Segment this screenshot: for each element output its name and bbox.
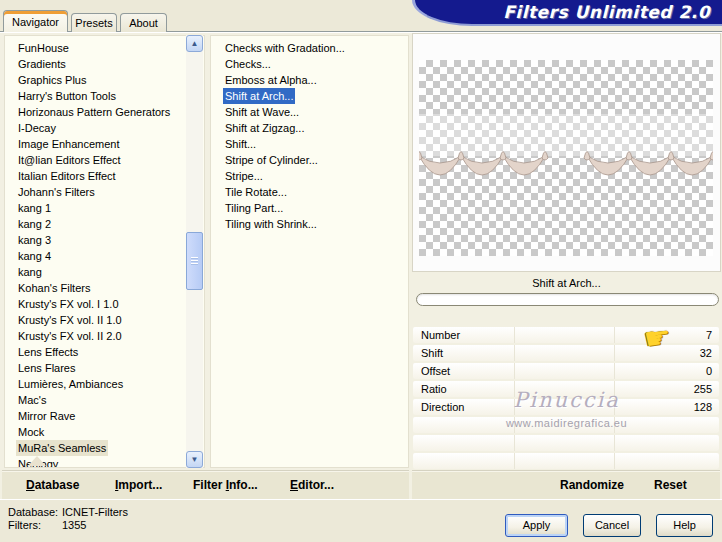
watermark-url: www.maidiregrafica.eu xyxy=(412,417,721,429)
filter-list[interactable]: Checks with Gradation...Checks...Emboss … xyxy=(210,35,409,468)
preview-pane[interactable] xyxy=(412,33,721,272)
filter-item-label: Shift at Zigzag... xyxy=(223,120,306,136)
filter-info-label-pre: Filter xyxy=(193,478,226,492)
category-item-label: I-Decay xyxy=(16,120,58,136)
category-item[interactable]: kang 1 xyxy=(16,200,204,216)
filter-item[interactable]: Shift... xyxy=(223,136,408,152)
database-button[interactable]: Database xyxy=(26,471,79,500)
category-item-label: kang 1 xyxy=(16,200,53,216)
category-item[interactable]: I-Decay xyxy=(16,120,204,136)
filter-item[interactable]: Checks with Gradation... xyxy=(223,40,408,56)
category-item[interactable]: kang 4 xyxy=(16,248,204,264)
filter-item[interactable]: Tiling with Shrink... xyxy=(223,216,408,232)
category-item-label: Gradients xyxy=(16,56,68,72)
navigator-page: FunHouseGradientsGraphics PlusHarry's Bu… xyxy=(0,31,722,499)
filter-info-label-post: nfo... xyxy=(229,478,258,492)
category-item-label: Horizonaus Pattern Generators xyxy=(16,104,172,120)
category-item[interactable]: Italian Editors Effect xyxy=(16,168,204,184)
category-item-label: Lumières, Ambiances xyxy=(16,376,125,392)
filter-item-label: Tiling Part... xyxy=(223,200,285,216)
watermark-name: Pinuccia xyxy=(412,388,721,412)
category-item[interactable]: Kohan's Filters xyxy=(16,280,204,296)
filter-item[interactable]: Shift at Wave... xyxy=(223,104,408,120)
scroll-thumb[interactable] xyxy=(186,232,203,290)
category-item[interactable]: Mock xyxy=(16,424,204,440)
tab-about[interactable]: About xyxy=(120,13,167,32)
arch-tip xyxy=(626,152,632,161)
slider-thumb-marker[interactable] xyxy=(28,456,46,466)
category-item-label: kang xyxy=(16,264,44,280)
filter-item-label: Checks with Gradation... xyxy=(223,40,347,56)
category-item[interactable]: Krusty's FX vol. II 2.0 xyxy=(16,328,204,344)
param-label: Shift xyxy=(421,345,443,361)
category-item[interactable]: Horizonaus Pattern Generators xyxy=(16,104,204,120)
randomize-button[interactable]: Randomize xyxy=(560,471,624,500)
category-item[interactable]: kang 3 xyxy=(16,232,204,248)
category-item[interactable]: Krusty's FX vol. II 1.0 xyxy=(16,312,204,328)
category-item-label: Image Enhancement xyxy=(16,136,122,152)
apply-button[interactable]: Apply xyxy=(505,514,568,537)
filter-item[interactable]: Shift at Arch... xyxy=(223,88,408,104)
category-item[interactable]: Krusty's FX vol. I 1.0 xyxy=(16,296,204,312)
category-item[interactable]: Mac's xyxy=(16,392,204,408)
arch-tip xyxy=(419,152,422,161)
filter-item[interactable]: Stripe of Cylinder... xyxy=(223,152,408,168)
filter-item-label: Tiling with Shrink... xyxy=(223,216,319,232)
randomize-bar: Randomize Reset xyxy=(412,470,720,499)
status-area: Database: ICNET-Filters Filters: 1355 xyxy=(8,506,128,532)
category-item[interactable]: Graphics Plus xyxy=(16,72,204,88)
scroll-up-button[interactable]: ▲ xyxy=(186,35,203,52)
category-item-label: Italian Editors Effect xyxy=(16,168,118,184)
tab-navigator[interactable]: Navigator xyxy=(3,10,68,32)
category-item[interactable]: Image Enhancement xyxy=(16,136,204,152)
param-row-shift[interactable]: Shift32 xyxy=(413,345,719,361)
category-scrollbar[interactable]: ▲ ▼ xyxy=(186,35,203,468)
arch-tip xyxy=(458,152,464,161)
import-button[interactable]: Import... xyxy=(115,471,162,500)
category-item[interactable]: MuRa's Seamless xyxy=(16,440,204,456)
cancel-button[interactable]: Cancel xyxy=(583,514,641,537)
filter-info-button[interactable]: Filter Info... xyxy=(193,471,258,500)
help-button[interactable]: Help xyxy=(656,514,713,537)
filter-item[interactable]: Tile Rotate... xyxy=(223,184,408,200)
category-list[interactable]: FunHouseGradientsGraphics PlusHarry's Bu… xyxy=(4,35,205,468)
filter-item-label: Shift... xyxy=(223,136,258,152)
param-row-offset[interactable]: Offset0 xyxy=(413,363,719,379)
param-row-empty[interactable] xyxy=(413,435,719,451)
arch-swag xyxy=(671,156,713,175)
filter-item-label: Stripe of Cylinder... xyxy=(223,152,320,168)
filter-item[interactable]: Shift at Zigzag... xyxy=(223,120,408,136)
param-row-empty[interactable] xyxy=(413,453,719,469)
category-item-label: Lens Effects xyxy=(16,344,80,360)
category-item-label: Krusty's FX vol. I 1.0 xyxy=(16,296,121,312)
scroll-down-button[interactable]: ▼ xyxy=(186,451,203,468)
category-item[interactable]: Johann's Filters xyxy=(16,184,204,200)
category-item[interactable]: Lens Effects xyxy=(16,344,204,360)
editor-button[interactable]: Editor... xyxy=(290,471,334,500)
category-item[interactable]: Gradients xyxy=(16,56,204,72)
category-item[interactable]: kang 2 xyxy=(16,216,204,232)
category-item-label: Krusty's FX vol. II 1.0 xyxy=(16,312,124,328)
category-item[interactable]: Lumières, Ambiances xyxy=(16,376,204,392)
category-item[interactable]: Harry's Button Tools xyxy=(16,88,204,104)
param-row-number[interactable]: Number7 xyxy=(413,327,719,343)
category-item[interactable]: It@lian Editors Effect xyxy=(16,152,204,168)
category-item-label: kang 3 xyxy=(16,232,53,248)
category-item-label: Krusty's FX vol. II 2.0 xyxy=(16,328,124,344)
category-item[interactable]: kang xyxy=(16,264,204,280)
filter-item[interactable]: Tiling Part... xyxy=(223,200,408,216)
category-item[interactable]: FunHouse xyxy=(16,40,204,56)
reset-button[interactable]: Reset xyxy=(654,471,687,500)
category-item-label: Johann's Filters xyxy=(16,184,97,200)
category-item[interactable]: Lens Flares xyxy=(16,360,204,376)
filter-item[interactable]: Emboss at Alpha... xyxy=(223,72,408,88)
category-item[interactable]: Mirror Rave xyxy=(16,408,204,424)
param-value: 32 xyxy=(700,345,712,361)
filter-item[interactable]: Checks... xyxy=(223,56,408,72)
tab-presets[interactable]: Presets xyxy=(71,13,117,32)
param-value: 0 xyxy=(706,363,712,379)
filter-item-label: Checks... xyxy=(223,56,273,72)
filter-item[interactable]: Stripe... xyxy=(223,168,408,184)
category-item-label: Mirror Rave xyxy=(16,408,77,424)
scroll-down-icon: ▼ xyxy=(191,455,199,464)
